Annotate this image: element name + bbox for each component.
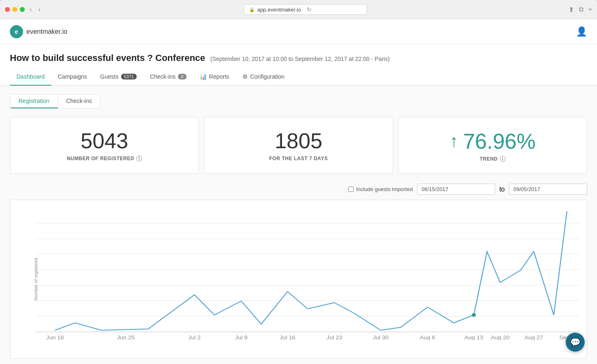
date-to-label: to [499,186,505,193]
registered-info-icon[interactable]: i [136,156,142,161]
user-avatar[interactable]: 👤 [576,26,587,37]
url-text: app.eventmaker.io [257,7,301,13]
checkins-badge: 0 [178,74,186,79]
reload-button[interactable]: ↻ [307,6,312,13]
last7days-number: 1805 [275,129,322,153]
logo: e eventmaker.io [10,25,68,38]
trend-number: 76.96% [463,129,536,154]
reports-chart-icon: 📊 [200,73,207,80]
close-button[interactable] [5,7,10,12]
maximize-button[interactable] [20,7,25,12]
main-content: Registration Check-ins 5043 NUMBER OF RE… [0,86,597,364]
stats-row: 5043 NUMBER OF REGISTERED i 1805 FOR THE… [10,117,587,174]
forward-button[interactable]: › [37,6,42,13]
sub-tab-checkins[interactable]: Check-ins [58,94,100,108]
tab-campaigns[interactable]: Campaigns [51,68,94,86]
traffic-lights [5,7,25,12]
svg-point-18 [472,313,476,317]
trend-up-arrow-icon: ↑ [450,131,458,151]
registered-number: 5043 [81,129,128,153]
trend-label: TREND i [480,156,506,162]
svg-text:Jul 9: Jul 9 [235,335,247,340]
svg-text:Aug 13: Aug 13 [464,335,483,340]
stat-card-registered: 5043 NUMBER OF REGISTERED i [10,117,199,174]
tab-checkins[interactable]: Check-ins 0 [143,68,193,86]
guests-badge: 5371 [121,74,137,79]
new-tab-icon[interactable]: ⧉ [579,6,583,14]
include-guests-checkbox-label[interactable]: Include guests imported [348,186,413,192]
logo-text: eventmaker.io [26,28,68,35]
svg-text:Jul 2: Jul 2 [188,335,201,340]
chart-area: Number of registered 0 50 100 150 [10,200,587,359]
event-subtitle: (September 10, 2017 at 10:00 to Septembe… [210,56,390,62]
svg-text:Jul 16: Jul 16 [280,335,295,340]
event-title-area: How to build successful events ? Confere… [0,44,597,63]
filter-row: Include guests imported to [10,184,587,195]
include-guests-checkbox[interactable] [348,187,354,192]
tabs-bar: Dashboard Campaigns Guests 5371 Check-in… [0,68,597,86]
browser-actions: ⬆ ⧉ + [569,6,592,14]
svg-text:Aug 27: Aug 27 [525,335,543,340]
stat-card-last7days: 1805 FOR THE LAST 7 DAYS [204,117,393,174]
svg-text:Jun 25: Jun 25 [117,335,135,340]
event-title: How to build successful events ? Confere… [10,53,205,63]
stat-card-trend: ↑ 76.96% TREND i [398,117,587,174]
svg-text:Jul 30: Jul 30 [373,335,389,340]
svg-text:Aug 6: Aug 6 [420,335,435,340]
configuration-gear-icon: ⚙ [243,73,248,80]
chart-svg: 0 50 100 150 200 250 300 350 400 [35,208,580,340]
tab-reports[interactable]: 📊 Reports [193,68,236,86]
app-header: e eventmaker.io 👤 [0,19,597,44]
share-icon[interactable]: ⬆ [569,6,574,14]
last7days-label: FOR THE LAST 7 DAYS [269,156,328,161]
registered-label: NUMBER OF REGISTERED i [67,156,142,161]
minimize-button[interactable] [12,7,17,12]
chat-button[interactable]: 💬 [566,333,585,352]
chart-y-axis-label: Number of registered [33,258,38,300]
tab-dashboard[interactable]: Dashboard [10,68,51,86]
date-from-input[interactable] [417,184,495,195]
sub-tab-registration[interactable]: Registration [10,94,58,108]
trend-display: ↑ 76.96% [450,129,536,154]
svg-text:Jun 18: Jun 18 [46,335,64,340]
date-to-input[interactable] [509,184,587,195]
sub-tabs: Registration Check-ins [10,94,100,109]
logo-icon: e [10,25,23,38]
add-tab-icon[interactable]: + [588,6,592,14]
back-button[interactable]: ‹ [28,6,33,13]
tab-guests[interactable]: Guests 5371 [93,68,143,86]
address-bar[interactable]: 🔒 app.eventmaker.io ↻ [244,4,367,15]
svg-text:Jul 23: Jul 23 [326,335,342,340]
svg-text:Aug 20: Aug 20 [491,335,510,340]
lock-icon: 🔒 [249,7,255,12]
tab-configuration[interactable]: ⚙ Configuration [236,68,291,86]
chat-icon: 💬 [570,337,581,347]
trend-info-icon[interactable]: i [500,156,506,162]
